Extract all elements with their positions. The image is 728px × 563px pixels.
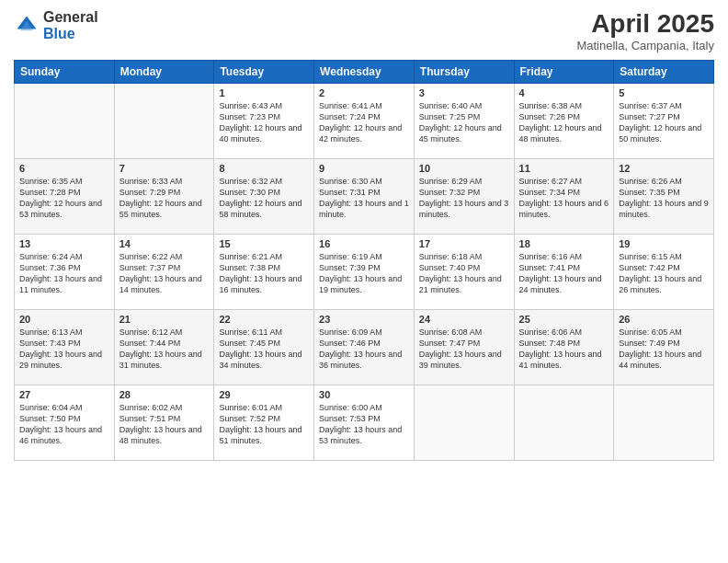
day-number: 19 [619,238,709,249]
calendar-cell: 20Sunrise: 6:13 AM Sunset: 7:43 PM Dayli… [15,310,115,385]
calendar-cell: 22Sunrise: 6:11 AM Sunset: 7:45 PM Dayli… [214,310,314,385]
calendar-cell: 11Sunrise: 6:27 AM Sunset: 7:34 PM Dayli… [514,159,614,235]
day-info: Sunrise: 6:29 AM Sunset: 7:32 PM Dayligh… [419,176,509,221]
day-number: 18 [519,238,609,249]
calendar-cell: 23Sunrise: 6:09 AM Sunset: 7:46 PM Dayli… [314,310,415,385]
header: General Blue April 2025 Matinella, Campa… [14,9,714,52]
col-monday: Monday [114,61,214,84]
calendar-cell: 30Sunrise: 6:00 AM Sunset: 7:53 PM Dayli… [314,385,415,461]
calendar-cell: 15Sunrise: 6:21 AM Sunset: 7:38 PM Dayli… [214,235,314,310]
day-info: Sunrise: 6:38 AM Sunset: 7:26 PM Dayligh… [519,100,609,145]
calendar-cell [514,385,614,461]
day-number: 6 [19,163,109,174]
main-title: April 2025 [576,9,714,39]
calendar-cell: 14Sunrise: 6:22 AM Sunset: 7:37 PM Dayli… [114,235,214,310]
calendar-cell: 3Sunrise: 6:40 AM Sunset: 7:25 PM Daylig… [414,84,514,159]
day-info: Sunrise: 6:04 AM Sunset: 7:50 PM Dayligh… [19,402,109,447]
calendar-table: Sunday Monday Tuesday Wednesday Thursday… [14,60,714,461]
week-row-4: 20Sunrise: 6:13 AM Sunset: 7:43 PM Dayli… [15,310,714,385]
day-info: Sunrise: 6:01 AM Sunset: 7:52 PM Dayligh… [219,402,309,447]
day-number: 26 [619,314,709,325]
day-info: Sunrise: 6:30 AM Sunset: 7:31 PM Dayligh… [319,176,409,221]
calendar-cell: 16Sunrise: 6:19 AM Sunset: 7:39 PM Dayli… [314,235,415,310]
day-number: 7 [119,163,210,174]
calendar-cell: 8Sunrise: 6:32 AM Sunset: 7:30 PM Daylig… [214,159,314,235]
day-info: Sunrise: 6:41 AM Sunset: 7:24 PM Dayligh… [319,100,409,145]
day-number: 2 [319,87,409,98]
calendar-cell: 21Sunrise: 6:12 AM Sunset: 7:44 PM Dayli… [114,310,214,385]
logo-blue-text: Blue [43,26,98,42]
calendar-cell: 27Sunrise: 6:04 AM Sunset: 7:50 PM Dayli… [15,385,115,461]
calendar-cell [414,385,514,461]
day-number: 17 [419,238,509,249]
day-number: 24 [419,314,509,325]
day-info: Sunrise: 6:13 AM Sunset: 7:43 PM Dayligh… [19,327,109,372]
day-number: 25 [519,314,609,325]
day-info: Sunrise: 6:19 AM Sunset: 7:39 PM Dayligh… [319,251,409,296]
calendar-cell: 7Sunrise: 6:33 AM Sunset: 7:29 PM Daylig… [114,159,214,235]
logo-icon [14,13,40,39]
day-number: 1 [219,87,309,98]
day-info: Sunrise: 6:21 AM Sunset: 7:38 PM Dayligh… [219,251,309,296]
day-info: Sunrise: 6:05 AM Sunset: 7:49 PM Dayligh… [619,327,709,372]
calendar-cell: 6Sunrise: 6:35 AM Sunset: 7:28 PM Daylig… [15,159,115,235]
day-number: 29 [219,389,309,400]
day-number: 23 [319,314,409,325]
col-thursday: Thursday [414,61,514,84]
day-number: 21 [119,314,210,325]
day-info: Sunrise: 6:27 AM Sunset: 7:34 PM Dayligh… [519,176,609,221]
calendar-cell: 10Sunrise: 6:29 AM Sunset: 7:32 PM Dayli… [414,159,514,235]
day-info: Sunrise: 6:15 AM Sunset: 7:42 PM Dayligh… [619,251,709,296]
calendar-cell: 5Sunrise: 6:37 AM Sunset: 7:27 PM Daylig… [614,84,714,159]
calendar-cell: 12Sunrise: 6:26 AM Sunset: 7:35 PM Dayli… [614,159,714,235]
day-info: Sunrise: 6:08 AM Sunset: 7:47 PM Dayligh… [419,327,509,372]
col-friday: Friday [514,61,614,84]
day-info: Sunrise: 6:16 AM Sunset: 7:41 PM Dayligh… [519,251,609,296]
calendar-cell: 2Sunrise: 6:41 AM Sunset: 7:24 PM Daylig… [314,84,415,159]
day-info: Sunrise: 6:33 AM Sunset: 7:29 PM Dayligh… [119,176,210,221]
day-info: Sunrise: 6:09 AM Sunset: 7:46 PM Dayligh… [319,327,409,372]
calendar-cell: 19Sunrise: 6:15 AM Sunset: 7:42 PM Dayli… [614,235,714,310]
subtitle: Matinella, Campania, Italy [576,39,714,52]
col-saturday: Saturday [614,61,714,84]
calendar-cell: 24Sunrise: 6:08 AM Sunset: 7:47 PM Dayli… [414,310,514,385]
week-row-3: 13Sunrise: 6:24 AM Sunset: 7:36 PM Dayli… [15,235,714,310]
day-info: Sunrise: 6:37 AM Sunset: 7:27 PM Dayligh… [619,100,709,145]
day-number: 14 [119,238,210,249]
calendar-cell: 18Sunrise: 6:16 AM Sunset: 7:41 PM Dayli… [514,235,614,310]
day-info: Sunrise: 6:35 AM Sunset: 7:28 PM Dayligh… [19,176,109,221]
day-number: 20 [19,314,109,325]
day-info: Sunrise: 6:18 AM Sunset: 7:40 PM Dayligh… [419,251,509,296]
calendar-header-row: Sunday Monday Tuesday Wednesday Thursday… [15,61,714,84]
day-info: Sunrise: 6:22 AM Sunset: 7:37 PM Dayligh… [119,251,210,296]
calendar-cell [614,385,714,461]
day-number: 13 [19,238,109,249]
day-number: 16 [319,238,409,249]
day-info: Sunrise: 6:06 AM Sunset: 7:48 PM Dayligh… [519,327,609,372]
week-row-2: 6Sunrise: 6:35 AM Sunset: 7:28 PM Daylig… [15,159,714,235]
logo-general-text: General [43,9,98,26]
calendar-cell: 9Sunrise: 6:30 AM Sunset: 7:31 PM Daylig… [314,159,415,235]
day-info: Sunrise: 6:00 AM Sunset: 7:53 PM Dayligh… [319,402,409,447]
day-info: Sunrise: 6:26 AM Sunset: 7:35 PM Dayligh… [619,176,709,221]
day-number: 9 [319,163,409,174]
day-info: Sunrise: 6:40 AM Sunset: 7:25 PM Dayligh… [419,100,509,145]
col-wednesday: Wednesday [314,61,415,84]
day-info: Sunrise: 6:02 AM Sunset: 7:51 PM Dayligh… [119,402,210,447]
calendar-cell [114,84,214,159]
title-block: April 2025 Matinella, Campania, Italy [576,9,714,52]
day-info: Sunrise: 6:11 AM Sunset: 7:45 PM Dayligh… [219,327,309,372]
day-number: 11 [519,163,609,174]
calendar-cell: 26Sunrise: 6:05 AM Sunset: 7:49 PM Dayli… [614,310,714,385]
calendar-cell: 29Sunrise: 6:01 AM Sunset: 7:52 PM Dayli… [214,385,314,461]
col-sunday: Sunday [15,61,115,84]
day-number: 15 [219,238,309,249]
week-row-5: 27Sunrise: 6:04 AM Sunset: 7:50 PM Dayli… [15,385,714,461]
day-info: Sunrise: 6:43 AM Sunset: 7:23 PM Dayligh… [219,100,309,145]
day-number: 8 [219,163,309,174]
calendar-cell: 17Sunrise: 6:18 AM Sunset: 7:40 PM Dayli… [414,235,514,310]
logo-text: General Blue [43,9,98,41]
day-number: 28 [119,389,210,400]
day-number: 12 [619,163,709,174]
day-number: 3 [419,87,509,98]
